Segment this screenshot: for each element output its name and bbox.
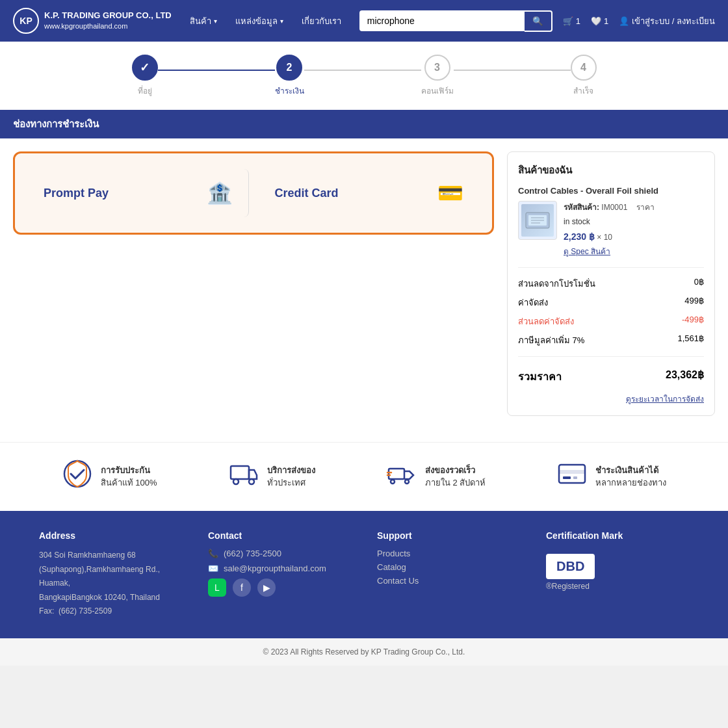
step-label-2: ชำระเงิน [275, 84, 304, 97]
prompt-pay-icon: 🏦 [207, 181, 233, 205]
credit-card-icon: 💳 [437, 181, 463, 205]
dbd-logo: DBD [546, 554, 595, 579]
total-row: รวมราคา 23,362฿ [518, 363, 704, 387]
footer-address-title: Address [39, 530, 182, 541]
chevron-down-icon: ▾ [280, 18, 283, 25]
logo-icon: KP [13, 8, 39, 34]
step-payment: 2 ชำระเงิน [275, 55, 304, 97]
feature-guarantee-text: การรับประกัน สินค้าแท้ 100% [101, 464, 157, 489]
step-line-3 [454, 70, 571, 71]
feature-payment-text: ชำระเงินสินค้าได้ หลากหลายช่องทาง [595, 464, 666, 489]
checkout-stepper: ✓ ที่อยู่ 2 ชำระเงิน 3 คอนเฟิร์ม 4 สำเร็… [0, 42, 728, 110]
svg-point-7 [233, 479, 239, 484]
payment-section: ช่องทางการชำระเงิน Prompt Pay 🏦 Credit C… [0, 110, 728, 442]
payment-title: ช่องทางการชำระเงิน [13, 118, 99, 129]
logo-area: KP K.P. TRADING GROUP CO., LTD www.kpgro… [13, 8, 172, 34]
search-area: 🔍 [359, 10, 552, 32]
search-button[interactable]: 🔍 [525, 10, 552, 32]
shipping-row: ค่าจัดส่ง 499฿ [518, 293, 704, 312]
svg-rect-14 [563, 476, 571, 479]
footer-address-col: Address 304 Soi Ramkhamhaeng 68(Suphapon… [39, 530, 182, 619]
footer-link-contact[interactable]: Contact Us [377, 576, 520, 586]
footer-address-text: 304 Soi Ramkhamhaeng 68(Suphapong),Ramkh… [39, 549, 182, 619]
svg-point-10 [391, 480, 395, 484]
svg-rect-13 [559, 470, 585, 474]
product-price-qty: 2,230 ฿ × 10 [564, 229, 655, 245]
footer-email-row: ✉️ sale@kpgroupthailand.com [208, 564, 351, 573]
delivery-icon [228, 458, 259, 495]
svg-point-8 [249, 479, 254, 484]
footer-contact-title: Contact [208, 530, 351, 541]
discount-row: ส่วนลดจากโปรโมชั่น 0฿ [518, 274, 704, 293]
step-circle-3: 3 [424, 55, 450, 81]
step-label-3: คอนเฟิร์ม [421, 84, 454, 97]
product-sku: รหัสสินค้า: IM0001 ราคา [564, 201, 655, 215]
feature-payment: ชำระเงินสินค้าได้ หลากหลายช่องทาง [556, 458, 666, 495]
product-status: in stock [564, 215, 655, 229]
step-label-4: สำเร็จ [573, 84, 593, 97]
step-circle-4: 4 [571, 55, 597, 81]
footer-support-col: Support Products Catalog Contact Us [377, 530, 520, 619]
feature-delivery: บริการส่งของ ทั่วประเทศ [228, 458, 315, 495]
order-summary-title: สินค้าของฉัน [518, 162, 704, 178]
credit-card-label: Credit Card [275, 187, 339, 200]
step-complete: 4 สำเร็จ [571, 55, 597, 97]
payment-content: Prompt Pay 🏦 Credit Card 💳 สินค้าของฉัน … [0, 138, 728, 429]
logo-text: K.P. TRADING GROUP CO., LTD www.kpgroupt… [44, 10, 172, 31]
prompt-pay-label: Prompt Pay [44, 187, 109, 200]
credit-card-option[interactable]: Credit Card 💳 [259, 169, 480, 217]
header: KP K.P. TRADING GROUP CO., LTD www.kpgro… [0, 0, 728, 42]
email-icon: ✉️ [208, 564, 218, 573]
footer-phone-row: 📞 (662) 735-2500 [208, 549, 351, 558]
header-actions: 🛒 1 🤍 1 👤 เข้าสู่ระบบ / ลงทะเบียน [563, 14, 715, 28]
fast-delivery-icon [386, 458, 417, 495]
svg-rect-6 [231, 466, 249, 479]
nav-about[interactable]: เกี่ยวกับเรา [294, 9, 349, 33]
feature-delivery-text: บริการส่งของ ทั่วประเทศ [267, 464, 315, 489]
svg-rect-9 [389, 469, 404, 479]
copyright-text: © 2023 All Rights Reserved by KP Trading… [263, 647, 465, 656]
nav-products[interactable]: สินค้า ▾ [182, 9, 225, 33]
login-button[interactable]: 👤 เข้าสู่ระบบ / ลงทะเบียน [619, 14, 715, 28]
search-input[interactable] [359, 10, 525, 31]
feature-fast-text: ส่งของรวดเร็ว ภายใน 2 สัปดาห์ [425, 464, 486, 489]
product-image-placeholder [521, 204, 554, 237]
step-line-1 [158, 70, 275, 71]
payment-cards-container: Prompt Pay 🏦 Credit Card 💳 [13, 151, 494, 235]
product-image [518, 201, 557, 240]
delivery-time-link[interactable]: ดูระยะเวลาในการจัดส่ง [518, 393, 704, 405]
footer-contact-col: Contact 📞 (662) 735-2500 ✉️ sale@kpgroup… [208, 530, 351, 619]
footer-link-catalog[interactable]: Catalog [377, 562, 520, 572]
feature-guarantee: การรับประกัน สินค้าแท้ 100% [62, 458, 157, 495]
footer-link-products[interactable]: Products [377, 549, 520, 558]
facebook-icon[interactable]: f [233, 578, 251, 597]
product-details: รหัสสินค้า: IM0001 ราคา in stock 2,230 ฿… [564, 201, 655, 259]
cart-icon-area[interactable]: 🛒 1 [563, 16, 580, 26]
step-circle-2: 2 [276, 55, 302, 81]
product-row: รหัสสินค้า: IM0001 ราคา in stock 2,230 ฿… [518, 201, 704, 259]
payment-icon [556, 458, 588, 495]
footer: Address 304 Soi Ramkhamhaeng 68(Suphapon… [0, 511, 728, 638]
spec-link[interactable]: ดู Spec สินค้า [564, 247, 610, 256]
payment-title-bar: ช่องทางการชำระเงิน [0, 110, 728, 138]
line-icon[interactable]: L [208, 578, 226, 597]
guarantee-icon [62, 458, 93, 495]
product-name: Control Cables - Overall Foil shield [518, 186, 704, 196]
youtube-icon[interactable]: ▶ [257, 578, 276, 597]
copyright-bar: © 2023 All Rights Reserved by KP Trading… [0, 638, 728, 666]
wishlist-icon-area[interactable]: 🤍 1 [591, 16, 608, 26]
svg-rect-15 [573, 476, 577, 479]
chevron-down-icon: ▾ [214, 18, 217, 25]
step-circle-1: ✓ [132, 55, 158, 81]
footer-email: sale@kpgroupthailand.com [224, 564, 326, 573]
nav-resources[interactable]: แหล่งข้อมูล ▾ [228, 9, 291, 33]
footer-phone: (662) 735-2500 [224, 549, 281, 558]
feature-fast: ส่งของรวดเร็ว ภายใน 2 สัปดาห์ [386, 458, 486, 495]
order-summary: สินค้าของฉัน Control Cables - Overall Fo… [507, 151, 715, 416]
svg-point-11 [405, 480, 409, 484]
vat-row: ภาษีมูลค่าเพิ่ม 7% 1,561฿ [518, 331, 704, 350]
step-confirm: 3 คอนเฟิร์ม [421, 55, 454, 97]
prompt-pay-option[interactable]: Prompt Pay 🏦 [28, 169, 249, 217]
step-address: ✓ ที่อยู่ [132, 55, 158, 97]
footer-cert-title: Certification Mark [546, 530, 689, 541]
